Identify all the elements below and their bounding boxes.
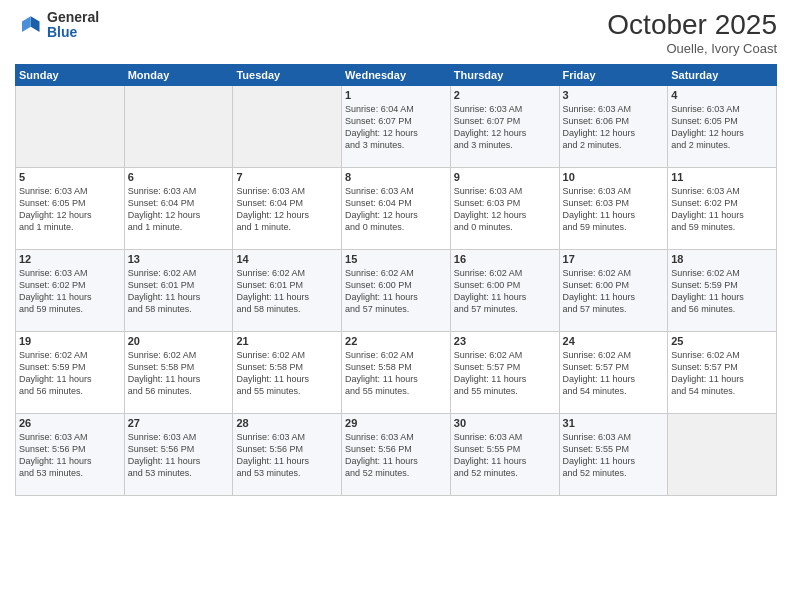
weekday-header-sunday: Sunday: [16, 64, 125, 85]
day-number: 20: [128, 335, 230, 347]
calendar-day-cell: [16, 85, 125, 167]
calendar-day-cell: 4Sunrise: 6:03 AM Sunset: 6:05 PM Daylig…: [668, 85, 777, 167]
calendar-day-cell: 28Sunrise: 6:03 AM Sunset: 5:56 PM Dayli…: [233, 413, 342, 495]
day-info: Sunrise: 6:03 AM Sunset: 6:03 PM Dayligh…: [454, 185, 556, 234]
day-info: Sunrise: 6:02 AM Sunset: 5:58 PM Dayligh…: [236, 349, 338, 398]
day-info: Sunrise: 6:02 AM Sunset: 5:57 PM Dayligh…: [454, 349, 556, 398]
weekday-header-monday: Monday: [124, 64, 233, 85]
calendar-week-row: 12Sunrise: 6:03 AM Sunset: 6:02 PM Dayli…: [16, 249, 777, 331]
day-number: 15: [345, 253, 447, 265]
day-info: Sunrise: 6:03 AM Sunset: 5:55 PM Dayligh…: [454, 431, 556, 480]
calendar-day-cell: 11Sunrise: 6:03 AM Sunset: 6:02 PM Dayli…: [668, 167, 777, 249]
day-number: 13: [128, 253, 230, 265]
day-info: Sunrise: 6:03 AM Sunset: 5:56 PM Dayligh…: [19, 431, 121, 480]
weekday-header-row: SundayMondayTuesdayWednesdayThursdayFrid…: [16, 64, 777, 85]
day-number: 19: [19, 335, 121, 347]
day-number: 22: [345, 335, 447, 347]
calendar-day-cell: 2Sunrise: 6:03 AM Sunset: 6:07 PM Daylig…: [450, 85, 559, 167]
day-info: Sunrise: 6:03 AM Sunset: 6:04 PM Dayligh…: [236, 185, 338, 234]
weekday-header-friday: Friday: [559, 64, 668, 85]
calendar-day-cell: 30Sunrise: 6:03 AM Sunset: 5:55 PM Dayli…: [450, 413, 559, 495]
calendar-day-cell: 15Sunrise: 6:02 AM Sunset: 6:00 PM Dayli…: [342, 249, 451, 331]
day-number: 6: [128, 171, 230, 183]
day-number: 8: [345, 171, 447, 183]
day-info: Sunrise: 6:03 AM Sunset: 5:56 PM Dayligh…: [236, 431, 338, 480]
calendar-day-cell: 13Sunrise: 6:02 AM Sunset: 6:01 PM Dayli…: [124, 249, 233, 331]
day-number: 23: [454, 335, 556, 347]
calendar-day-cell: 18Sunrise: 6:02 AM Sunset: 5:59 PM Dayli…: [668, 249, 777, 331]
month-title: October 2025: [607, 10, 777, 41]
calendar-day-cell: 10Sunrise: 6:03 AM Sunset: 6:03 PM Dayli…: [559, 167, 668, 249]
day-info: Sunrise: 6:03 AM Sunset: 6:05 PM Dayligh…: [671, 103, 773, 152]
day-number: 14: [236, 253, 338, 265]
calendar-day-cell: 20Sunrise: 6:02 AM Sunset: 5:58 PM Dayli…: [124, 331, 233, 413]
day-info: Sunrise: 6:03 AM Sunset: 6:07 PM Dayligh…: [454, 103, 556, 152]
logo: General Blue: [15, 10, 99, 41]
day-info: Sunrise: 6:03 AM Sunset: 6:02 PM Dayligh…: [671, 185, 773, 234]
calendar-day-cell: [124, 85, 233, 167]
day-info: Sunrise: 6:02 AM Sunset: 5:57 PM Dayligh…: [563, 349, 665, 398]
day-info: Sunrise: 6:02 AM Sunset: 5:59 PM Dayligh…: [19, 349, 121, 398]
calendar-table: SundayMondayTuesdayWednesdayThursdayFrid…: [15, 64, 777, 496]
day-number: 26: [19, 417, 121, 429]
day-info: Sunrise: 6:02 AM Sunset: 5:58 PM Dayligh…: [345, 349, 447, 398]
calendar-day-cell: 6Sunrise: 6:03 AM Sunset: 6:04 PM Daylig…: [124, 167, 233, 249]
day-info: Sunrise: 6:03 AM Sunset: 5:56 PM Dayligh…: [128, 431, 230, 480]
day-number: 2: [454, 89, 556, 101]
header: General Blue October 2025 Ouelle, Ivory …: [15, 10, 777, 56]
day-number: 28: [236, 417, 338, 429]
calendar-day-cell: 9Sunrise: 6:03 AM Sunset: 6:03 PM Daylig…: [450, 167, 559, 249]
calendar-day-cell: 14Sunrise: 6:02 AM Sunset: 6:01 PM Dayli…: [233, 249, 342, 331]
day-number: 30: [454, 417, 556, 429]
calendar-day-cell: 16Sunrise: 6:02 AM Sunset: 6:00 PM Dayli…: [450, 249, 559, 331]
day-number: 16: [454, 253, 556, 265]
calendar-day-cell: 17Sunrise: 6:02 AM Sunset: 6:00 PM Dayli…: [559, 249, 668, 331]
day-number: 31: [563, 417, 665, 429]
weekday-header-saturday: Saturday: [668, 64, 777, 85]
day-info: Sunrise: 6:02 AM Sunset: 5:59 PM Dayligh…: [671, 267, 773, 316]
day-number: 29: [345, 417, 447, 429]
day-info: Sunrise: 6:03 AM Sunset: 6:05 PM Dayligh…: [19, 185, 121, 234]
day-number: 18: [671, 253, 773, 265]
day-number: 5: [19, 171, 121, 183]
day-number: 4: [671, 89, 773, 101]
day-info: Sunrise: 6:02 AM Sunset: 6:00 PM Dayligh…: [345, 267, 447, 316]
calendar-day-cell: 21Sunrise: 6:02 AM Sunset: 5:58 PM Dayli…: [233, 331, 342, 413]
calendar-week-row: 19Sunrise: 6:02 AM Sunset: 5:59 PM Dayli…: [16, 331, 777, 413]
day-number: 9: [454, 171, 556, 183]
calendar-week-row: 5Sunrise: 6:03 AM Sunset: 6:05 PM Daylig…: [16, 167, 777, 249]
calendar-day-cell: 23Sunrise: 6:02 AM Sunset: 5:57 PM Dayli…: [450, 331, 559, 413]
calendar-day-cell: [233, 85, 342, 167]
day-info: Sunrise: 6:03 AM Sunset: 5:56 PM Dayligh…: [345, 431, 447, 480]
page: General Blue October 2025 Ouelle, Ivory …: [0, 0, 792, 612]
calendar-day-cell: 8Sunrise: 6:03 AM Sunset: 6:04 PM Daylig…: [342, 167, 451, 249]
logo-blue-text: Blue: [47, 25, 99, 40]
logo-icon: [15, 11, 43, 39]
weekday-header-wednesday: Wednesday: [342, 64, 451, 85]
day-number: 27: [128, 417, 230, 429]
calendar-day-cell: [668, 413, 777, 495]
day-info: Sunrise: 6:03 AM Sunset: 6:06 PM Dayligh…: [563, 103, 665, 152]
calendar-day-cell: 29Sunrise: 6:03 AM Sunset: 5:56 PM Dayli…: [342, 413, 451, 495]
weekday-header-tuesday: Tuesday: [233, 64, 342, 85]
day-info: Sunrise: 6:04 AM Sunset: 6:07 PM Dayligh…: [345, 103, 447, 152]
calendar-week-row: 26Sunrise: 6:03 AM Sunset: 5:56 PM Dayli…: [16, 413, 777, 495]
calendar-day-cell: 1Sunrise: 6:04 AM Sunset: 6:07 PM Daylig…: [342, 85, 451, 167]
calendar-day-cell: 25Sunrise: 6:02 AM Sunset: 5:57 PM Dayli…: [668, 331, 777, 413]
calendar-week-row: 1Sunrise: 6:04 AM Sunset: 6:07 PM Daylig…: [16, 85, 777, 167]
calendar-day-cell: 31Sunrise: 6:03 AM Sunset: 5:55 PM Dayli…: [559, 413, 668, 495]
day-info: Sunrise: 6:02 AM Sunset: 6:01 PM Dayligh…: [236, 267, 338, 316]
day-info: Sunrise: 6:03 AM Sunset: 6:04 PM Dayligh…: [345, 185, 447, 234]
day-number: 7: [236, 171, 338, 183]
weekday-header-thursday: Thursday: [450, 64, 559, 85]
logo-text: General Blue: [47, 10, 99, 41]
calendar-day-cell: 19Sunrise: 6:02 AM Sunset: 5:59 PM Dayli…: [16, 331, 125, 413]
day-number: 24: [563, 335, 665, 347]
calendar-day-cell: 7Sunrise: 6:03 AM Sunset: 6:04 PM Daylig…: [233, 167, 342, 249]
day-number: 17: [563, 253, 665, 265]
day-info: Sunrise: 6:03 AM Sunset: 6:03 PM Dayligh…: [563, 185, 665, 234]
day-number: 3: [563, 89, 665, 101]
calendar-day-cell: 5Sunrise: 6:03 AM Sunset: 6:05 PM Daylig…: [16, 167, 125, 249]
location-subtitle: Ouelle, Ivory Coast: [607, 41, 777, 56]
calendar-day-cell: 3Sunrise: 6:03 AM Sunset: 6:06 PM Daylig…: [559, 85, 668, 167]
